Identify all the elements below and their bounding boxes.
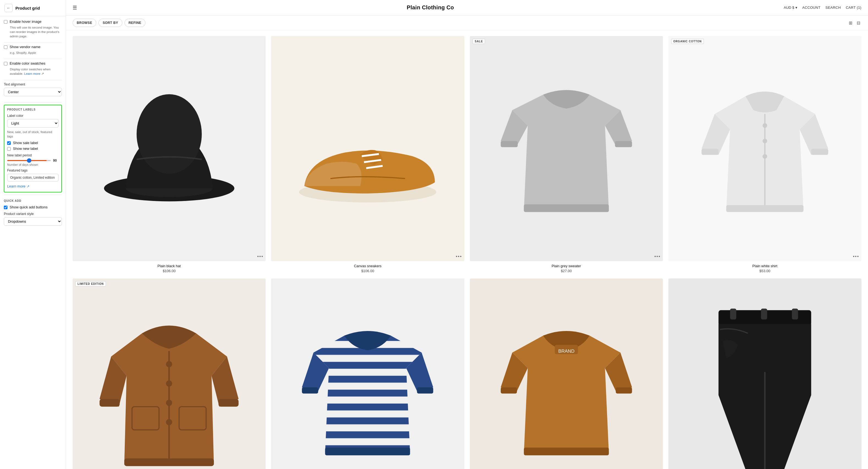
vendor-name-section: Show vendor name e.g. Shopify, Apple	[4, 45, 62, 55]
product-card-5[interactable]: LIMITED EDITION	[72, 279, 266, 469]
featured-tags-label: Featured tags	[7, 168, 59, 173]
product-menu-2[interactable]: •••	[456, 254, 462, 259]
color-swatches-helper: Display color swatches when available. L…	[10, 67, 62, 76]
new-label-period-label: New label period	[7, 153, 59, 157]
sort-by-button[interactable]: SORT BY	[98, 19, 122, 27]
hover-image-row: Enable hover image	[4, 20, 62, 24]
label-color-select[interactable]: Light Dark	[7, 119, 59, 128]
product-price-1: $106.00	[72, 269, 266, 273]
color-swatches-section: Enable color swatches Display color swat…	[4, 61, 62, 76]
product-image-3: SALE	[470, 36, 663, 261]
sidebar: ← Product grid Enable hover image This w…	[0, 0, 66, 469]
sneaker-svg	[286, 89, 450, 208]
product-toolbar: BROWSE SORT BY REFINE ⊞ ⊟	[66, 15, 868, 31]
svg-rect-16	[811, 149, 828, 155]
color-swatches-label: Enable color swatches	[10, 61, 45, 65]
product-price-3: $27.00	[470, 269, 663, 273]
svg-point-13	[763, 154, 767, 159]
product-menu-3[interactable]: •••	[654, 254, 661, 259]
back-button[interactable]: ←	[4, 4, 13, 12]
show-new-label-text: Show new label	[13, 147, 38, 151]
product-card-4[interactable]: ORGANIC COTTON	[669, 36, 861, 273]
svg-text:BRAND: BRAND	[558, 348, 575, 353]
product-menu-4[interactable]: •••	[853, 254, 859, 259]
svg-rect-29	[325, 447, 410, 455]
product-card-1[interactable]: ••• Plain black hat $106.00	[72, 36, 266, 273]
search-nav[interactable]: SEARCH	[826, 5, 841, 10]
sidebar-body: Enable hover image This will use its sec…	[0, 16, 66, 233]
product-menu-1[interactable]: •••	[257, 254, 264, 259]
show-sale-label-checkbox[interactable]	[7, 141, 11, 145]
product-image-7: BRAND •••	[470, 279, 663, 469]
product-name-1: Plain black hat	[72, 264, 266, 268]
vendor-name-row: Show vendor name	[4, 45, 62, 49]
menu-icon[interactable]: ☰	[72, 5, 77, 11]
text-alignment-select[interactable]: Center Left Right	[4, 88, 62, 96]
product-image-6: •••	[271, 279, 464, 469]
svg-rect-25	[219, 399, 239, 407]
currency-selector[interactable]: AUD $ ▾	[783, 5, 797, 10]
vendor-name-checkbox[interactable]	[4, 45, 7, 49]
sweater2-svg: BRAND	[489, 306, 644, 469]
svg-rect-14	[726, 205, 803, 212]
svg-rect-33	[501, 387, 517, 394]
number-of-days-label: Number of days shown	[7, 163, 59, 166]
product-name-2: Canvas sneakers	[271, 264, 464, 268]
show-quick-add-row: Show quick add buttons	[4, 205, 62, 209]
main-content: ☰ Plain Clothing Co AUD $ ▾ ACCOUNT SEAR…	[66, 0, 868, 469]
label-color-field-label: Label color	[7, 114, 59, 118]
show-quick-add-checkbox[interactable]	[4, 206, 7, 209]
browse-button[interactable]: BROWSE	[72, 19, 96, 27]
toolbar-right: ⊞ ⊟	[848, 19, 861, 27]
product-card-7[interactable]: BRAND ••• Caramel sweater $67.00	[470, 279, 663, 469]
svg-rect-15	[702, 149, 719, 155]
store-name: Plain Clothing Co	[407, 4, 454, 11]
svg-rect-39	[730, 308, 736, 319]
new-label-period-slider[interactable]	[7, 160, 51, 161]
currency-label: AUD $	[783, 5, 794, 10]
product-grid: ••• Plain black hat $106.00	[72, 36, 861, 469]
featured-tags-input[interactable]	[7, 174, 59, 182]
svg-rect-32	[524, 447, 609, 455]
product-card-8[interactable]: ••• Black trousers $112.00	[669, 279, 861, 469]
sidebar-header: ← Product grid	[0, 0, 66, 16]
show-sale-label-row: Show sale label	[7, 141, 59, 145]
svg-rect-34	[616, 387, 632, 394]
account-nav[interactable]: ACCOUNT	[802, 5, 820, 10]
quick-add-heading: QUICK ADD	[4, 199, 62, 202]
color-swatches-learn-more[interactable]: Learn more	[24, 72, 40, 75]
cart-nav[interactable]: CART (1)	[846, 5, 861, 10]
svg-point-12	[763, 138, 767, 143]
vendor-name-label: Show vendor name	[10, 45, 40, 49]
grid-view-button[interactable]: ⊟	[856, 19, 861, 27]
svg-rect-7	[524, 204, 609, 212]
product-labels-learn-more[interactable]: Learn more	[7, 184, 25, 188]
hover-image-section: Enable hover image This will use its sec…	[4, 20, 62, 38]
variant-style-select[interactable]: Dropdowns Buttons	[4, 217, 62, 226]
color-swatches-checkbox[interactable]	[4, 62, 7, 65]
variant-style-label: Product variant style	[4, 212, 62, 216]
product-card-3[interactable]: SALE	[470, 36, 663, 273]
product-price-4: $53.00	[669, 269, 861, 273]
product-image-4: ORGANIC COTTON	[669, 36, 861, 261]
color-swatches-row: Enable color swatches	[4, 61, 62, 65]
product-labels-heading: PRODUCT LABELS	[7, 108, 59, 111]
vendor-name-helper: e.g. Shopify, Apple	[10, 51, 62, 55]
slider-row: 90	[7, 159, 59, 162]
list-view-button[interactable]: ⊞	[848, 19, 854, 27]
hover-image-checkbox[interactable]	[4, 20, 7, 24]
product-labels-section: PRODUCT LABELS Label color Light Dark Ne…	[4, 105, 62, 192]
product-image-1: •••	[72, 36, 266, 261]
show-new-label-checkbox[interactable]	[7, 147, 11, 151]
product-card-6[interactable]: ••• Striped knit sweater $89.00	[271, 279, 464, 469]
text-alignment-section: Text alignment Center Left Right	[4, 83, 62, 98]
svg-rect-8	[501, 141, 518, 147]
product-card-2[interactable]: ••• Canvas sneakers $106.00	[271, 36, 464, 273]
product-label-5: LIMITED EDITION	[75, 281, 106, 286]
refine-button[interactable]: REFINE	[125, 19, 146, 27]
svg-point-19	[166, 380, 172, 386]
product-image-8: •••	[669, 279, 861, 469]
variant-style-section: Product variant style Dropdowns Buttons	[4, 212, 62, 228]
product-name-3: Plain grey sweater	[470, 264, 663, 268]
quick-add-section: QUICK ADD Show quick add buttons Product…	[4, 197, 62, 230]
